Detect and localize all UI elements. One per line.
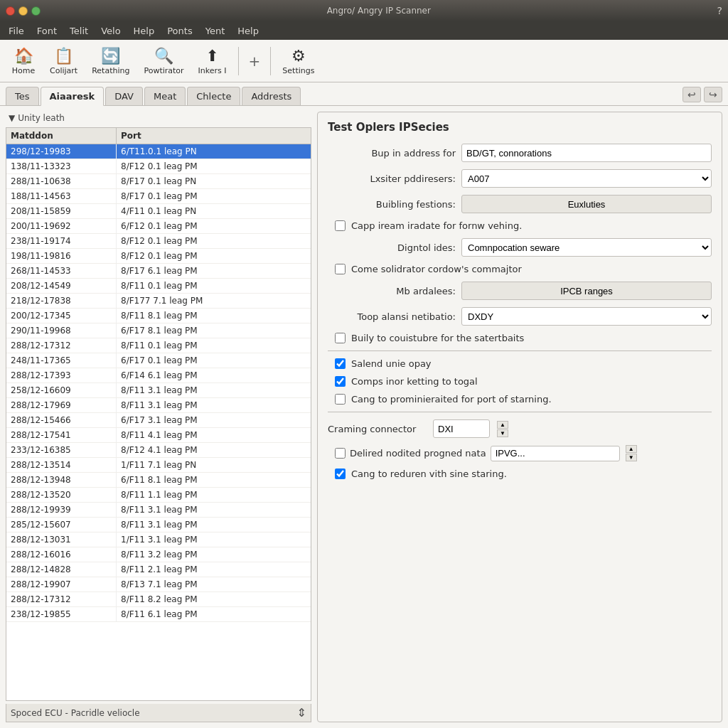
comps-checkbox[interactable]	[335, 376, 346, 387]
table-row[interactable]: 288/12-135208/F11 1.1 leag PM	[6, 488, 311, 503]
delired-up-button[interactable]: ▲	[626, 445, 637, 453]
minimize-button[interactable]	[18, 6, 28, 16]
cell-port: 8/F11 0.1 leag PM	[117, 338, 311, 353]
come-checkbox[interactable]	[335, 264, 346, 274]
window-controls[interactable]	[6, 6, 41, 16]
toolbar-colijart[interactable]: 📋 Colijart	[44, 44, 83, 78]
table-row[interactable]: 248/11-173656/F17 0.1 leag PM	[6, 353, 311, 368]
table-row[interactable]: 200/12-173458/F11 8.1 leag PM	[6, 309, 311, 323]
table-row[interactable]: 298/12-199836/T11.0.1 leag PN	[6, 144, 311, 159]
status-stepper-icon[interactable]: ⇕	[297, 706, 306, 719]
tab-forward-button[interactable]: ↪	[704, 87, 722, 102]
cang-checkbox[interactable]	[335, 394, 346, 405]
cang2-checkbox[interactable]	[335, 469, 346, 479]
tab-meat[interactable]: Meat	[144, 87, 186, 105]
table-row[interactable]: 258/12-166098/F11 3.1 leag PM	[6, 383, 311, 398]
table-row[interactable]: 288/12-199078/F13 7.1 leag PM	[6, 577, 311, 592]
table-scroll[interactable]: 298/12-199836/T11.0.1 leag PN138/11-1332…	[6, 144, 311, 700]
cell-matddon: 198/11-19816	[6, 249, 117, 263]
craming-spinner[interactable]: ▲ ▼	[497, 421, 508, 437]
cell-port: 8/F11 8.1 leag PM	[117, 309, 311, 323]
tab-addrests[interactable]: Addrests	[242, 87, 301, 105]
table-row[interactable]: 288/12-148288/F11 2.1 leag PM	[6, 562, 311, 577]
toolbar-settings[interactable]: ⚙️ Settings	[277, 44, 320, 78]
cell-port: 8/F12 0.1 leag PM	[117, 249, 311, 263]
table-row[interactable]: 288/12-179698/F11 3.1 leag PM	[6, 398, 311, 413]
cell-port: 8/F13 7.1 leag PM	[117, 577, 311, 592]
craming-up-button[interactable]: ▲	[497, 421, 508, 429]
tab-aiaaresk[interactable]: Aiaaresk	[41, 87, 105, 106]
craming-input[interactable]	[433, 419, 490, 438]
toolbar-retathing[interactable]: 🔄 Retathing	[86, 44, 135, 78]
cell-port: 1/F11 3.1 leag PM	[117, 532, 311, 547]
table-row[interactable]: 200/11-196926/F12 0.1 leag PM	[6, 219, 311, 234]
menu-ponts[interactable]: Ponts	[161, 24, 198, 38]
table-row[interactable]: 268/11-145338/F17 6.1 leag PM	[6, 264, 311, 279]
cell-matddon: 288/12-17541	[6, 428, 117, 442]
table-row[interactable]: 288/12-173128/F11 0.1 leag PM	[6, 338, 311, 353]
delired-row: Delired nodited progned nata ▲ ▼	[328, 445, 712, 461]
mb-button[interactable]: IPCB ranges	[461, 282, 712, 300]
delired-spinner[interactable]: ▲ ▼	[626, 445, 637, 461]
tab-dav[interactable]: DAV	[105, 87, 143, 105]
tab-back-button[interactable]: ↩	[682, 87, 701, 102]
table-row[interactable]: 288/12-135141/F11 7.1 leag PN	[6, 458, 311, 473]
menu-help2[interactable]: Help	[232, 24, 264, 38]
table-row[interactable]: 288/12-160168/F11 3.2 leag PM	[6, 547, 311, 562]
toolbar-inkers[interactable]: ⬆ Inkers I	[193, 44, 232, 78]
delired-down-button[interactable]: ▼	[626, 454, 637, 461]
menu-yent[interactable]: Yent	[200, 24, 231, 38]
menu-help1[interactable]: Help	[128, 24, 161, 38]
menu-velo[interactable]: Velo	[95, 24, 126, 38]
craming-down-button[interactable]: ▼	[497, 429, 508, 437]
table-row[interactable]: 218/12-178388/F177 7.1 leag PM	[6, 294, 311, 309]
bup-input[interactable]	[461, 144, 712, 162]
toolbar-colijart-label: Colijart	[50, 66, 77, 75]
salend-checkbox[interactable]	[335, 358, 346, 369]
table-row[interactable]: 290/11-199686/F17 8.1 leag PM	[6, 323, 311, 338]
cell-port: 6/F14 6.1 leag PM	[117, 368, 311, 382]
bup-label: Bup in address for	[328, 148, 456, 159]
delired-input[interactable]	[491, 446, 620, 461]
toolbar-powtirator[interactable]: 🔍 Powtirator	[138, 44, 189, 78]
table-header: Matddon Port	[6, 128, 311, 144]
table-row[interactable]: 288/11-106388/F17 0.1 leag PN	[6, 174, 311, 189]
table-row[interactable]: 288/12-154666/F17 3.1 leag PM	[6, 413, 311, 428]
cell-port: 8/F12 4.1 leag PM	[117, 443, 311, 457]
table-row[interactable]: 208/12-145498/F11 0.1 leag PM	[6, 279, 311, 294]
table-row[interactable]: 288/12-199398/F11 3.1 leag PM	[6, 503, 311, 518]
table-row[interactable]: 138/11-133238/F12 0.1 leag PM	[6, 159, 311, 174]
menu-font[interactable]: Font	[31, 24, 63, 38]
delired-checkbox[interactable]	[335, 448, 346, 459]
table-row[interactable]: 233/12-163858/F12 4.1 leag PM	[6, 443, 311, 458]
add-button[interactable]: +	[245, 50, 265, 73]
table-row[interactable]: 288/12-139486/F11 8.1 leag PM	[6, 473, 311, 488]
bully-checkbox[interactable]	[335, 333, 346, 343]
lxsiter-select[interactable]: A007	[461, 169, 712, 188]
table-row[interactable]: 188/11-145638/F17 0.1 leag PM	[6, 189, 311, 204]
buibling-button[interactable]: Euxluties	[461, 195, 712, 213]
table-row[interactable]: 288/12-173128/F11 8.2 leag PM	[6, 592, 311, 607]
tab-chlecte[interactable]: Chlecte	[187, 87, 240, 105]
table-row[interactable]: 288/12-173936/F14 6.1 leag PM	[6, 368, 311, 383]
toolbar-home[interactable]: 🏠 Home	[6, 44, 41, 78]
help-icon[interactable]: ?	[717, 5, 722, 16]
table-row[interactable]: 238/12-198558/F11 6.1 leag PM	[6, 607, 311, 622]
menu-telit[interactable]: Telit	[64, 24, 94, 38]
tab-tes[interactable]: Tes	[6, 87, 39, 105]
cell-matddon: 288/12-15466	[6, 413, 117, 427]
table-row[interactable]: 208/11-158594/F11 0.1 leag PN	[6, 204, 311, 219]
table-row[interactable]: 288/12-175418/F11 4.1 leag PM	[6, 428, 311, 443]
table-row[interactable]: 288/12-130311/F11 3.1 leag PM	[6, 532, 311, 547]
menu-file[interactable]: File	[3, 24, 30, 38]
toop-select[interactable]: DXDY	[461, 307, 712, 326]
table-row[interactable]: 198/11-198168/F12 0.1 leag PM	[6, 249, 311, 264]
toolbar-settings-label: Settings	[282, 66, 314, 75]
maximize-button[interactable]	[31, 6, 41, 16]
close-button[interactable]	[6, 6, 15, 16]
digntol-select[interactable]: Comnpocation seware	[461, 238, 712, 257]
table-row[interactable]: 285/12-156078/F11 3.1 leag PM	[6, 518, 311, 532]
main-area: Tes Aiaaresk DAV Meat Chlecte Addrests ↩…	[0, 82, 728, 728]
table-row[interactable]: 238/11-191748/F12 0.1 leag PM	[6, 234, 311, 249]
capp-checkbox[interactable]	[335, 220, 346, 231]
